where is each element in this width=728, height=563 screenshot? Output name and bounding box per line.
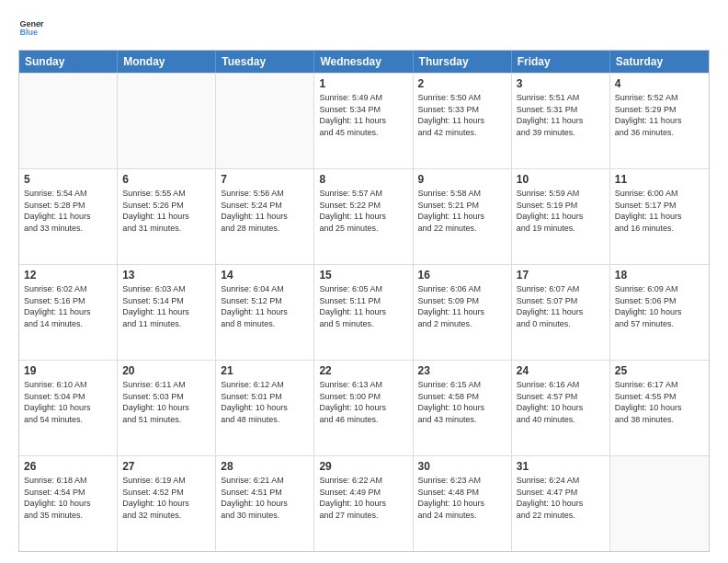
day-number: 15: [319, 269, 407, 282]
calendar-day-cell: 5Sunrise: 5:54 AM Sunset: 5:28 PM Daylig…: [19, 169, 118, 264]
calendar-row: 1Sunrise: 5:49 AM Sunset: 5:34 PM Daylig…: [19, 73, 709, 168]
day-number: 13: [122, 269, 210, 282]
day-info: Sunrise: 6:07 AM Sunset: 5:07 PM Dayligh…: [517, 283, 605, 329]
calendar-empty-cell: [19, 74, 118, 168]
weekday-header: Tuesday: [216, 51, 314, 73]
day-number: 8: [319, 173, 407, 186]
day-info: Sunrise: 6:22 AM Sunset: 4:49 PM Dayligh…: [319, 475, 407, 521]
calendar-day-cell: 26Sunrise: 6:18 AM Sunset: 4:54 PM Dayli…: [19, 456, 118, 551]
calendar-row: 5Sunrise: 5:54 AM Sunset: 5:28 PM Daylig…: [19, 168, 709, 264]
day-number: 27: [122, 460, 210, 473]
day-number: 18: [615, 269, 704, 282]
calendar-day-cell: 11Sunrise: 6:00 AM Sunset: 5:17 PM Dayli…: [610, 169, 709, 264]
day-info: Sunrise: 5:50 AM Sunset: 5:33 PM Dayligh…: [418, 92, 506, 138]
day-info: Sunrise: 6:09 AM Sunset: 5:06 PM Dayligh…: [615, 283, 704, 329]
page: General Blue SundayMondayTuesdayWednesda…: [0, 0, 728, 563]
day-number: 11: [615, 173, 704, 186]
calendar-day-cell: 8Sunrise: 5:57 AM Sunset: 5:22 PM Daylig…: [314, 169, 413, 264]
day-info: Sunrise: 6:03 AM Sunset: 5:14 PM Dayligh…: [122, 283, 210, 329]
calendar-empty-cell: [610, 456, 709, 551]
day-info: Sunrise: 6:15 AM Sunset: 4:58 PM Dayligh…: [418, 379, 506, 425]
day-info: Sunrise: 5:58 AM Sunset: 5:21 PM Dayligh…: [418, 188, 506, 234]
day-info: Sunrise: 6:06 AM Sunset: 5:09 PM Dayligh…: [418, 283, 506, 329]
weekday-header: Wednesday: [314, 51, 413, 73]
day-number: 4: [615, 77, 704, 90]
calendar-empty-cell: [118, 74, 216, 168]
calendar-row: 26Sunrise: 6:18 AM Sunset: 4:54 PM Dayli…: [19, 455, 709, 551]
day-number: 14: [221, 269, 309, 282]
calendar-row: 12Sunrise: 6:02 AM Sunset: 5:16 PM Dayli…: [19, 264, 709, 360]
calendar-day-cell: 25Sunrise: 6:17 AM Sunset: 4:55 PM Dayli…: [610, 361, 709, 455]
logo-icon: General Blue: [18, 15, 44, 40]
day-info: Sunrise: 6:21 AM Sunset: 4:51 PM Dayligh…: [221, 475, 309, 521]
day-number: 2: [418, 77, 506, 90]
calendar-day-cell: 15Sunrise: 6:05 AM Sunset: 5:11 PM Dayli…: [314, 265, 413, 360]
day-number: 5: [24, 173, 112, 186]
day-info: Sunrise: 5:59 AM Sunset: 5:19 PM Dayligh…: [517, 188, 605, 234]
calendar-day-cell: 22Sunrise: 6:13 AM Sunset: 5:00 PM Dayli…: [314, 361, 413, 455]
day-info: Sunrise: 6:02 AM Sunset: 5:16 PM Dayligh…: [24, 283, 112, 329]
day-number: 30: [418, 460, 506, 473]
day-info: Sunrise: 6:18 AM Sunset: 4:54 PM Dayligh…: [24, 475, 112, 521]
day-number: 12: [24, 269, 112, 282]
calendar-day-cell: 4Sunrise: 5:52 AM Sunset: 5:29 PM Daylig…: [610, 74, 709, 168]
day-number: 19: [24, 364, 112, 377]
day-number: 23: [418, 364, 506, 377]
calendar-day-cell: 9Sunrise: 5:58 AM Sunset: 5:21 PM Daylig…: [414, 169, 512, 264]
day-number: 24: [517, 364, 605, 377]
day-number: 1: [319, 77, 407, 90]
day-info: Sunrise: 6:17 AM Sunset: 4:55 PM Dayligh…: [615, 379, 704, 425]
calendar-day-cell: 24Sunrise: 6:16 AM Sunset: 4:57 PM Dayli…: [512, 361, 610, 455]
day-number: 25: [615, 364, 704, 377]
day-info: Sunrise: 6:19 AM Sunset: 4:52 PM Dayligh…: [122, 475, 210, 521]
calendar-row: 19Sunrise: 6:10 AM Sunset: 5:04 PM Dayli…: [19, 360, 709, 455]
day-number: 10: [517, 173, 605, 186]
calendar-day-cell: 19Sunrise: 6:10 AM Sunset: 5:04 PM Dayli…: [19, 361, 118, 455]
day-info: Sunrise: 5:56 AM Sunset: 5:24 PM Dayligh…: [221, 188, 309, 234]
day-info: Sunrise: 6:00 AM Sunset: 5:17 PM Dayligh…: [615, 188, 704, 234]
calendar-day-cell: 17Sunrise: 6:07 AM Sunset: 5:07 PM Dayli…: [512, 265, 610, 360]
day-number: 29: [319, 460, 407, 473]
calendar-day-cell: 12Sunrise: 6:02 AM Sunset: 5:16 PM Dayli…: [19, 265, 118, 360]
calendar-day-cell: 6Sunrise: 5:55 AM Sunset: 5:26 PM Daylig…: [118, 169, 216, 264]
day-info: Sunrise: 6:16 AM Sunset: 4:57 PM Dayligh…: [517, 379, 605, 425]
logo: General Blue: [18, 15, 44, 40]
day-info: Sunrise: 5:57 AM Sunset: 5:22 PM Dayligh…: [319, 188, 407, 234]
day-info: Sunrise: 6:13 AM Sunset: 5:00 PM Dayligh…: [319, 379, 407, 425]
calendar-day-cell: 2Sunrise: 5:50 AM Sunset: 5:33 PM Daylig…: [414, 74, 512, 168]
calendar-day-cell: 23Sunrise: 6:15 AM Sunset: 4:58 PM Dayli…: [414, 361, 512, 455]
calendar-header: SundayMondayTuesdayWednesdayThursdayFrid…: [19, 51, 709, 73]
calendar-day-cell: 13Sunrise: 6:03 AM Sunset: 5:14 PM Dayli…: [118, 265, 216, 360]
calendar-day-cell: 3Sunrise: 5:51 AM Sunset: 5:31 PM Daylig…: [512, 74, 610, 168]
day-info: Sunrise: 5:49 AM Sunset: 5:34 PM Dayligh…: [319, 92, 407, 138]
day-number: 3: [517, 77, 605, 90]
day-number: 26: [24, 460, 112, 473]
calendar-day-cell: 14Sunrise: 6:04 AM Sunset: 5:12 PM Dayli…: [216, 265, 314, 360]
day-number: 17: [517, 269, 605, 282]
day-info: Sunrise: 6:12 AM Sunset: 5:01 PM Dayligh…: [221, 379, 309, 425]
day-number: 9: [418, 173, 506, 186]
calendar-day-cell: 21Sunrise: 6:12 AM Sunset: 5:01 PM Dayli…: [216, 361, 314, 455]
day-info: Sunrise: 6:24 AM Sunset: 4:47 PM Dayligh…: [517, 475, 605, 521]
calendar-day-cell: 30Sunrise: 6:23 AM Sunset: 4:48 PM Dayli…: [414, 456, 512, 551]
day-info: Sunrise: 5:55 AM Sunset: 5:26 PM Dayligh…: [122, 188, 210, 234]
day-info: Sunrise: 5:54 AM Sunset: 5:28 PM Dayligh…: [24, 188, 112, 234]
day-number: 20: [122, 364, 210, 377]
calendar-empty-cell: [216, 74, 314, 168]
calendar-day-cell: 20Sunrise: 6:11 AM Sunset: 5:03 PM Dayli…: [118, 361, 216, 455]
day-number: 28: [221, 460, 309, 473]
calendar-day-cell: 29Sunrise: 6:22 AM Sunset: 4:49 PM Dayli…: [314, 456, 413, 551]
day-info: Sunrise: 5:51 AM Sunset: 5:31 PM Dayligh…: [517, 92, 605, 138]
day-info: Sunrise: 6:23 AM Sunset: 4:48 PM Dayligh…: [418, 475, 506, 521]
day-info: Sunrise: 5:52 AM Sunset: 5:29 PM Dayligh…: [615, 92, 704, 138]
weekday-header: Friday: [512, 51, 610, 73]
day-number: 31: [517, 460, 605, 473]
day-info: Sunrise: 6:04 AM Sunset: 5:12 PM Dayligh…: [221, 283, 309, 329]
weekday-header: Thursday: [414, 51, 512, 73]
header: General Blue: [18, 15, 710, 40]
weekday-header: Saturday: [610, 51, 709, 73]
calendar-day-cell: 16Sunrise: 6:06 AM Sunset: 5:09 PM Dayli…: [414, 265, 512, 360]
day-number: 7: [221, 173, 309, 186]
day-number: 6: [122, 173, 210, 186]
day-number: 22: [319, 364, 407, 377]
